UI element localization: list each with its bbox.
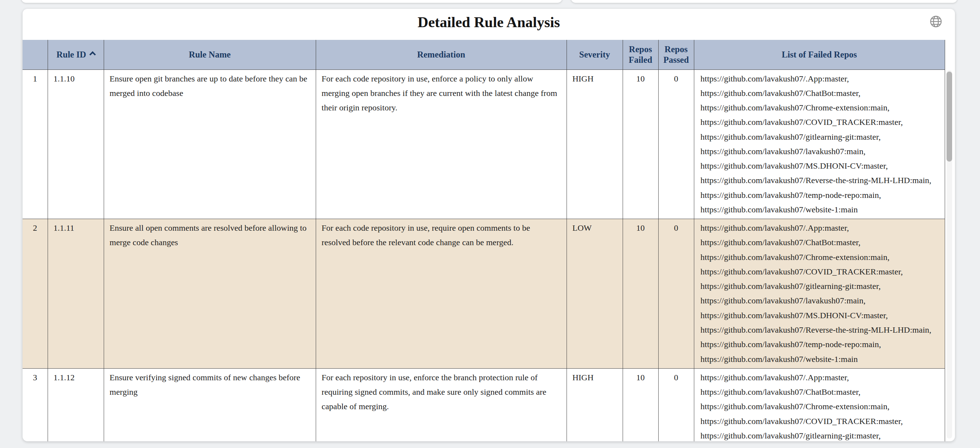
sort-ascending-icon [89,51,95,57]
column-header-rule-name[interactable]: Rule Name [104,40,316,70]
table-header-row: Rule ID Rule Name Remediation Severity R… [22,40,945,70]
table-scrollbar-thumb[interactable] [947,71,952,162]
rule-id-cell: 1.1.10 [48,70,104,219]
rule-name-cell: Ensure all open comments are resolved be… [104,219,316,369]
row-index: 1 [22,70,48,219]
rule-analysis-table: Rule ID Rule Name Remediation Severity R… [22,40,945,441]
repos-passed-cell: 0 [658,219,694,369]
remediation-cell: For each code repository in use, enforce… [316,70,566,219]
remediation-cell: For each repository in use, enforce the … [316,368,566,441]
failed-repos-list-cell: https://github.com/lavakush07/.App:maste… [694,219,945,369]
severity-cell: LOW [566,219,623,369]
remediation-cell: For each code repository in use, require… [316,219,566,369]
globe-icon[interactable] [929,14,943,29]
row-index: 2 [22,219,48,369]
table-row: 3 1.1.12 Ensure verifying signed commits… [22,368,945,441]
column-header-remediation[interactable]: Remediation [316,40,566,70]
top-panel-right [571,0,958,3]
column-header-failed-repos-list[interactable]: List of Failed Repos [694,40,945,70]
table-scrollbar-track[interactable] [947,70,952,438]
detailed-rule-analysis-card: Detailed Rule Analysis [22,9,955,441]
severity-cell: HIGH [566,368,623,441]
failed-repos-list-cell: https://github.com/lavakush07/.App:maste… [694,368,945,441]
page-title: Detailed Rule Analysis [22,14,955,31]
repos-failed-cell: 10 [623,70,658,219]
repos-passed-cell: 0 [658,70,694,219]
table-row: 1 1.1.10 Ensure open git branches are up… [22,70,945,219]
column-header-severity[interactable]: Severity [566,40,623,70]
column-header-rule-id[interactable]: Rule ID [48,40,104,70]
column-header-repos-passed[interactable]: Repos Passed [658,40,694,70]
top-panel-left [21,0,562,3]
column-header-index [22,40,48,70]
severity-cell: HIGH [566,70,623,219]
failed-repos-list-cell: https://github.com/lavakush07/.App:maste… [694,70,945,219]
rule-name-cell: Ensure open git branches are up to date … [104,70,316,219]
rule-id-cell: 1.1.11 [48,219,104,369]
repos-failed-cell: 10 [623,368,658,441]
repos-passed-cell: 0 [658,368,694,441]
repos-failed-cell: 10 [623,219,658,369]
rule-id-cell: 1.1.12 [48,368,104,441]
column-header-rule-id-label: Rule ID [56,50,86,59]
row-index: 3 [22,368,48,441]
column-header-repos-failed[interactable]: Repos Failed [623,40,658,70]
table-row: 2 1.1.11 Ensure all open comments are re… [22,219,945,369]
rule-name-cell: Ensure verifying signed commits of new c… [104,368,316,441]
